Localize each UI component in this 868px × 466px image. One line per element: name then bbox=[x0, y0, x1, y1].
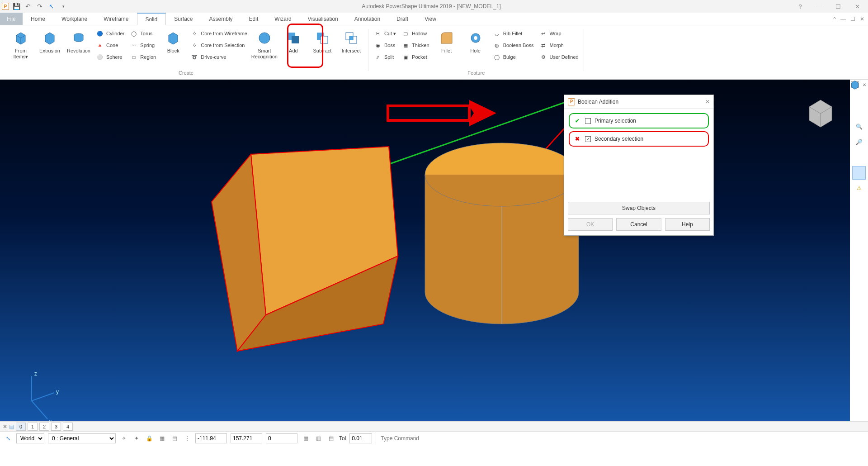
command-input[interactable] bbox=[376, 432, 502, 445]
child-minimize-icon[interactable]: — bbox=[840, 16, 846, 22]
btn-thicken[interactable]: ▦Thicken bbox=[400, 40, 431, 51]
btn-intersect[interactable]: Intersect bbox=[338, 28, 365, 54]
page-2[interactable]: 2 bbox=[39, 423, 49, 431]
btn-spring[interactable]: 〰Spring bbox=[128, 40, 158, 51]
btn-core-wireframe[interactable]: ◊Core from Wireframe bbox=[189, 28, 249, 39]
close-icon[interactable]: ✕ bbox=[852, 3, 863, 10]
undo-icon[interactable]: ↶ bbox=[24, 2, 33, 11]
btn-rib-fillet[interactable]: ◡Rib Fillet bbox=[491, 28, 536, 39]
page-4[interactable]: 4 bbox=[63, 423, 73, 431]
btn-hollow[interactable]: ▢Hollow bbox=[400, 28, 431, 39]
btn-pocket[interactable]: ▣Pocket bbox=[400, 52, 431, 62]
tool-perspective-icon[interactable] bbox=[852, 166, 866, 180]
child-close-icon[interactable]: ✕ bbox=[860, 16, 864, 22]
status-snap-icon[interactable]: ▥ bbox=[314, 434, 323, 443]
tab-wizard[interactable]: Wizard bbox=[266, 13, 299, 25]
status-icon-5[interactable]: ⋮ bbox=[183, 434, 192, 443]
btn-revolution[interactable]: Revolution bbox=[65, 28, 92, 54]
btn-block[interactable]: Block bbox=[160, 28, 187, 54]
tab-solid[interactable]: Solid bbox=[137, 13, 166, 25]
page-0[interactable]: 0 bbox=[16, 423, 26, 431]
dialog-titlebar[interactable]: P Boolean Addition ✕ bbox=[564, 95, 713, 109]
tool-zoom-in-icon[interactable]: 🔍 bbox=[852, 120, 866, 133]
save-icon[interactable]: 💾 bbox=[12, 2, 21, 11]
help-icon[interactable]: ? bbox=[795, 3, 806, 10]
maximize-icon[interactable]: ☐ bbox=[833, 3, 844, 10]
btn-bulge[interactable]: ◯Bulge bbox=[491, 52, 536, 62]
tab-draft[interactable]: Draft bbox=[388, 13, 416, 25]
btn-wrap[interactable]: ↩Wrap bbox=[538, 28, 580, 39]
viewport-3d[interactable]: z y x ✕ 🔍 🔎 ⚠ P Boolean Addition ✕ ✔ bbox=[0, 80, 868, 421]
coord-y[interactable] bbox=[231, 433, 262, 443]
btn-torus[interactable]: ◯Torus bbox=[128, 28, 158, 39]
btn-extrusion[interactable]: Extrusion bbox=[36, 28, 63, 54]
qat-dropdown-icon[interactable]: ▾ bbox=[59, 2, 68, 11]
btn-cone[interactable]: 🔺Cone bbox=[94, 40, 126, 51]
btn-drive-curve[interactable]: ➰Drive-curve bbox=[189, 52, 249, 62]
btn-user-defined[interactable]: ⚙User Defined bbox=[538, 52, 580, 62]
btn-add[interactable]: Add bbox=[280, 28, 307, 54]
btn-from-items[interactable]: From Items▾ bbox=[7, 28, 34, 60]
btn-split[interactable]: ⫽Split bbox=[372, 52, 398, 62]
status-ruler-icon[interactable]: ▤ bbox=[326, 434, 335, 443]
coord-x[interactable] bbox=[195, 433, 227, 443]
btn-hole[interactable]: Hole bbox=[462, 28, 489, 54]
btn-cylinder[interactable]: 🔵Cylinder bbox=[94, 28, 126, 39]
input-tolerance[interactable] bbox=[349, 433, 372, 443]
page-3[interactable]: 3 bbox=[51, 423, 61, 431]
coord-z[interactable] bbox=[266, 433, 297, 443]
tab-file[interactable]: File bbox=[0, 13, 23, 25]
row-primary-selection[interactable]: ✔ Primary selection bbox=[569, 113, 709, 128]
row-secondary-selection[interactable]: ✖ Secondary selection bbox=[569, 131, 709, 147]
checkbox-secondary[interactable] bbox=[585, 136, 591, 142]
tab-view[interactable]: View bbox=[416, 13, 444, 25]
tab-annotation[interactable]: Annotation bbox=[346, 13, 388, 25]
btn-region[interactable]: ▭Region bbox=[128, 52, 158, 62]
redo-icon[interactable]: ↷ bbox=[35, 2, 44, 11]
viewcube-icon[interactable] bbox=[809, 100, 832, 127]
shape-cylinder[interactable] bbox=[425, 143, 579, 324]
btn-cancel[interactable]: Cancel bbox=[616, 218, 661, 231]
tab-workplane[interactable]: Workplane bbox=[53, 13, 95, 25]
dialog-close-icon[interactable]: ✕ bbox=[705, 99, 710, 105]
tab-assembly[interactable]: Assembly bbox=[201, 13, 241, 25]
btn-sphere[interactable]: ⚪Sphere bbox=[94, 52, 126, 62]
tab-visualisation[interactable]: Visualisation bbox=[300, 13, 346, 25]
status-grid-icon[interactable]: ▦ bbox=[301, 434, 310, 443]
btn-swap-objects[interactable]: Swap Objects bbox=[568, 202, 710, 214]
tab-edit[interactable]: Edit bbox=[241, 13, 267, 25]
btn-help[interactable]: Help bbox=[665, 218, 710, 231]
axis-gizmo-icon[interactable]: z y x bbox=[32, 371, 59, 421]
btn-fillet[interactable]: Fillet bbox=[433, 28, 460, 54]
tool-box-icon[interactable] bbox=[852, 151, 866, 164]
select-layer[interactable]: 0 : General bbox=[48, 433, 116, 443]
status-icon-3[interactable]: ▦ bbox=[157, 434, 166, 443]
tab-home[interactable]: Home bbox=[23, 13, 53, 25]
tabstrip-sheet-icon[interactable]: ▤ bbox=[9, 423, 14, 430]
tool-wireframe-cube-icon[interactable] bbox=[852, 89, 866, 103]
tab-surface[interactable]: Surface bbox=[166, 13, 201, 25]
child-maximize-icon[interactable]: ☐ bbox=[850, 16, 855, 22]
status-icon-2[interactable]: ✦ bbox=[132, 434, 141, 443]
btn-ok[interactable]: OK bbox=[568, 218, 613, 231]
status-icon-1[interactable]: ✧ bbox=[119, 434, 128, 443]
dialog-boolean-addition[interactable]: P Boolean Addition ✕ ✔ Primary selection… bbox=[564, 95, 714, 236]
status-lock-icon[interactable]: 🔒 bbox=[145, 434, 154, 443]
select-coord-system[interactable]: World bbox=[16, 433, 44, 443]
shape-cube[interactable] bbox=[212, 147, 398, 351]
tabstrip-close-icon[interactable]: ✕ bbox=[3, 423, 7, 430]
btn-boss[interactable]: ◉Boss bbox=[372, 40, 398, 51]
btn-boolean-boss[interactable]: ◍Boolean Boss bbox=[491, 40, 536, 51]
btn-cut[interactable]: ✂Cut ▾ bbox=[372, 28, 398, 39]
checkbox-primary[interactable] bbox=[585, 118, 591, 124]
page-1[interactable]: 1 bbox=[28, 423, 38, 431]
tab-wireframe[interactable]: Wireframe bbox=[95, 13, 137, 25]
ribbon-collapse-icon[interactable]: ^ bbox=[833, 16, 836, 22]
tool-shaded-cube-icon[interactable] bbox=[852, 105, 866, 118]
btn-morph[interactable]: ⇄Morph bbox=[538, 40, 580, 51]
axis-icon[interactable]: ⤡ bbox=[4, 434, 13, 443]
tool-warning-icon[interactable]: ⚠ bbox=[852, 181, 866, 195]
status-icon-4[interactable]: ▤ bbox=[170, 434, 179, 443]
right-toolbar-close-icon[interactable]: ✕ bbox=[863, 82, 866, 87]
cursor-icon[interactable]: ↖ bbox=[47, 2, 56, 11]
